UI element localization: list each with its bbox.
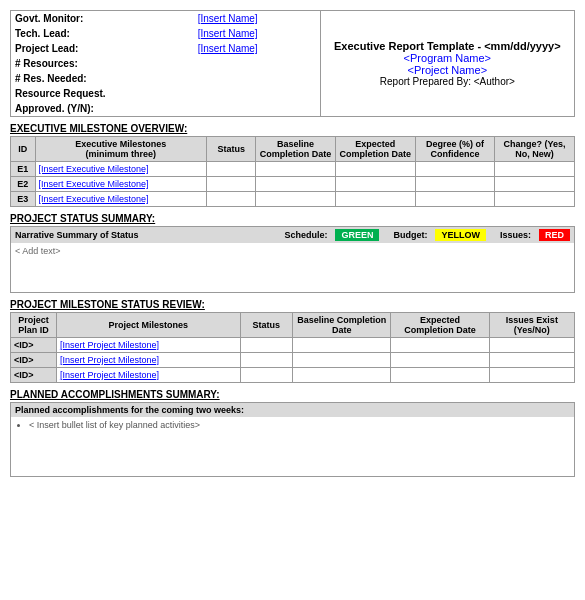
col-milestones: Executive Milestones(minimum three) bbox=[35, 137, 207, 162]
exec-row-1: E1 [Insert Executive Milestone] bbox=[11, 162, 575, 177]
exec-id-3: E3 bbox=[11, 192, 36, 207]
pm-issues-3 bbox=[489, 368, 574, 383]
exec-baseline-3 bbox=[256, 192, 336, 207]
pm-issues-2 bbox=[489, 353, 574, 368]
header-right: Executive Report Template - <mm/dd/yyyy>… bbox=[321, 11, 574, 116]
pm-col-expected: Expected Completion Date bbox=[391, 313, 489, 338]
schedule-label: Schedule: bbox=[284, 230, 327, 240]
executive-milestone-table: ID Executive Milestones(minimum three) S… bbox=[10, 136, 575, 207]
exec-confidence-2 bbox=[415, 177, 495, 192]
col-expected: Expected Completion Date bbox=[335, 137, 415, 162]
exec-milestone-1: [Insert Executive Milestone] bbox=[35, 162, 207, 177]
budget-label: Budget: bbox=[393, 230, 427, 240]
pm-status-2 bbox=[240, 353, 292, 368]
exec-change-3 bbox=[495, 192, 575, 207]
exec-change-2 bbox=[495, 177, 575, 192]
issues-value: RED bbox=[539, 229, 570, 241]
col-id: ID bbox=[11, 137, 36, 162]
planned-header: Planned accomplishments for the coming t… bbox=[10, 402, 575, 417]
exec-baseline-1 bbox=[256, 162, 336, 177]
exec-confidence-3 bbox=[415, 192, 495, 207]
exec-id-1: E1 bbox=[11, 162, 36, 177]
res-needed-label: # Res. Needed: bbox=[11, 71, 194, 86]
issues-label: Issues: bbox=[500, 230, 531, 240]
govt-monitor-label: Govt. Monitor: bbox=[11, 11, 194, 26]
pm-baseline-1 bbox=[292, 338, 390, 353]
exec-confidence-1 bbox=[415, 162, 495, 177]
pm-col-id: Project Plan ID bbox=[11, 313, 57, 338]
col-change: Change? (Yes, No, New) bbox=[495, 137, 575, 162]
resources-label: # Resources: bbox=[11, 56, 194, 71]
approved-value bbox=[194, 101, 320, 116]
resources-value bbox=[194, 56, 320, 71]
pm-expected-3 bbox=[391, 368, 489, 383]
approved-label: Approved. (Y/N): bbox=[11, 101, 194, 116]
pm-row-1: <ID> [Insert Project Milestone] bbox=[11, 338, 575, 353]
pm-row-3: <ID> [Insert Project Milestone] bbox=[11, 368, 575, 383]
exec-id-2: E2 bbox=[11, 177, 36, 192]
govt-monitor-value: [Insert Name] bbox=[194, 11, 320, 26]
exec-row-2: E2 [Insert Executive Milestone] bbox=[11, 177, 575, 192]
exec-status-1 bbox=[207, 162, 256, 177]
pm-col-issues: Issues Exist (Yes/No) bbox=[489, 313, 574, 338]
pm-milestone-3: [Insert Project Milestone] bbox=[56, 368, 240, 383]
resource-request-label: Resource Request. bbox=[11, 86, 194, 101]
exec-expected-3 bbox=[335, 192, 415, 207]
exec-status-2 bbox=[207, 177, 256, 192]
col-confidence: Degree (%) of Confidence bbox=[415, 137, 495, 162]
exec-milestone-2: [Insert Executive Milestone] bbox=[35, 177, 207, 192]
resource-request-value bbox=[194, 86, 320, 101]
exec-change-1 bbox=[495, 162, 575, 177]
program-name: <Program Name> bbox=[325, 52, 570, 64]
narrative-label: Narrative Summary of Status bbox=[15, 230, 139, 240]
executive-milestone-title: EXECUTIVE MILESTONE OVERVIEW: bbox=[10, 123, 575, 134]
pm-baseline-2 bbox=[292, 353, 390, 368]
pm-expected-2 bbox=[391, 353, 489, 368]
res-needed-value bbox=[194, 71, 320, 86]
exec-expected-1 bbox=[335, 162, 415, 177]
project-status-title: PROJECT STATUS SUMMARY: bbox=[10, 213, 575, 224]
col-baseline: Baseline Completion Date bbox=[256, 137, 336, 162]
pm-col-milestones: Project Milestones bbox=[56, 313, 240, 338]
planned-content[interactable]: < Insert bullet list of key planned acti… bbox=[10, 417, 575, 477]
status-content[interactable]: < Add text> bbox=[10, 243, 575, 293]
add-text: < Add text> bbox=[15, 246, 61, 256]
pm-milestone-1: [Insert Project Milestone] bbox=[56, 338, 240, 353]
tech-lead-value: [Insert Name] bbox=[194, 26, 320, 41]
pm-status-3 bbox=[240, 368, 292, 383]
col-status: Status bbox=[207, 137, 256, 162]
exec-milestone-3: [Insert Executive Milestone] bbox=[35, 192, 207, 207]
exec-expected-2 bbox=[335, 177, 415, 192]
tech-lead-label: Tech. Lead: bbox=[11, 26, 194, 41]
pm-col-status: Status bbox=[240, 313, 292, 338]
report-title: Executive Report Template - <mm/dd/yyyy> bbox=[325, 40, 570, 52]
exec-baseline-2 bbox=[256, 177, 336, 192]
pm-id-1: <ID> bbox=[11, 338, 57, 353]
planned-bullet: < Insert bullet list of key planned acti… bbox=[29, 420, 568, 430]
pm-expected-1 bbox=[391, 338, 489, 353]
project-lead-value: [Insert Name] bbox=[194, 41, 320, 56]
pm-id-3: <ID> bbox=[11, 368, 57, 383]
project-name: <Project Name> bbox=[325, 64, 570, 76]
header-section: Govt. Monitor: [Insert Name] Tech. Lead:… bbox=[10, 10, 575, 117]
exec-status-3 bbox=[207, 192, 256, 207]
pm-id-2: <ID> bbox=[11, 353, 57, 368]
pm-issues-1 bbox=[489, 338, 574, 353]
schedule-value: GREEN bbox=[335, 229, 379, 241]
budget-value: YELLOW bbox=[435, 229, 486, 241]
pm-col-baseline: Baseline Completion Date bbox=[292, 313, 390, 338]
project-milestone-table: Project Plan ID Project Milestones Statu… bbox=[10, 312, 575, 383]
project-milestone-title: PROJECT MILESTONE STATUS REVIEW: bbox=[10, 299, 575, 310]
exec-row-3: E3 [Insert Executive Milestone] bbox=[11, 192, 575, 207]
pm-milestone-2: [Insert Project Milestone] bbox=[56, 353, 240, 368]
project-lead-label: Project Lead: bbox=[11, 41, 194, 56]
pm-status-1 bbox=[240, 338, 292, 353]
header-left: Govt. Monitor: [Insert Name] Tech. Lead:… bbox=[11, 11, 321, 116]
pm-baseline-3 bbox=[292, 368, 390, 383]
status-bar: Narrative Summary of Status Schedule: GR… bbox=[10, 226, 575, 243]
report-prepared: Report Prepared By: <Author> bbox=[325, 76, 570, 87]
pm-row-2: <ID> [Insert Project Milestone] bbox=[11, 353, 575, 368]
planned-title: PLANNED ACCOMPLISHMENTS SUMMARY: bbox=[10, 389, 575, 400]
